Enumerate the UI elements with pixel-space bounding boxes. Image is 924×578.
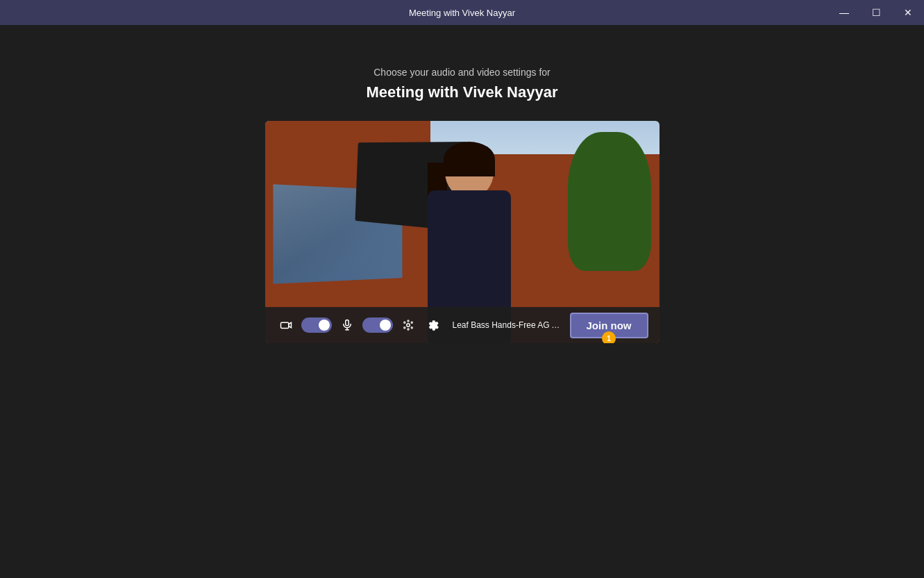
effects-icon[interactable] — [398, 315, 418, 335]
join-now-wrapper: Join now 1 — [570, 313, 648, 338]
person-head — [445, 142, 494, 197]
svg-point-5 — [403, 322, 405, 323]
svg-point-10 — [407, 329, 408, 330]
effects-svg — [402, 319, 414, 331]
svg-point-9 — [407, 320, 408, 322]
window-title: Meeting with Vivek Nayyar — [409, 8, 515, 18]
camera-svg — [280, 319, 292, 331]
svg-point-8 — [411, 327, 412, 329]
maximize-button[interactable]: ☐ — [860, 0, 892, 25]
audio-device-label: Leaf Bass Hands-Free AG Au... — [453, 320, 564, 330]
svg-point-6 — [411, 322, 412, 323]
settings-subtitle: Choose your audio and video settings for — [373, 67, 551, 78]
svg-point-4 — [406, 324, 410, 327]
camera-icon — [276, 315, 296, 335]
main-content: Choose your audio and video settings for… — [0, 25, 924, 578]
window-controls: — ☐ ✕ — [828, 0, 924, 25]
minimize-button[interactable]: — — [828, 0, 860, 25]
close-button[interactable]: ✕ — [892, 0, 924, 25]
title-bar: Meeting with Vivek Nayyar — ☐ ✕ — [0, 0, 924, 25]
meeting-title: Meeting with Vivek Nayyar — [367, 83, 558, 101]
microphone-icon — [337, 315, 357, 335]
notification-badge: 1 — [602, 331, 616, 344]
person-hair — [444, 142, 495, 176]
controls-bar: Leaf Bass Hands-Free AG Au... Join now 1 — [265, 307, 660, 343]
video-preview-container: Leaf Bass Hands-Free AG Au... Join now 1 — [265, 121, 660, 343]
mic-svg — [341, 319, 353, 331]
background-tree — [568, 132, 651, 271]
svg-point-7 — [403, 327, 405, 329]
settings-icon[interactable] — [423, 315, 443, 335]
svg-rect-1 — [345, 320, 348, 326]
svg-rect-0 — [280, 322, 288, 328]
gear-svg — [427, 319, 439, 331]
audio-toggle[interactable] — [362, 317, 393, 333]
video-toggle[interactable] — [301, 317, 332, 333]
